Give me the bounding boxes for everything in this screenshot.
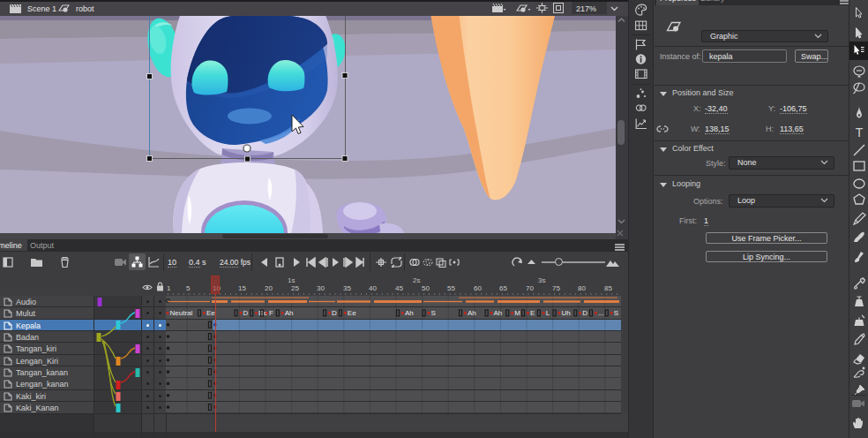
svg-text:T: T (856, 125, 864, 140)
